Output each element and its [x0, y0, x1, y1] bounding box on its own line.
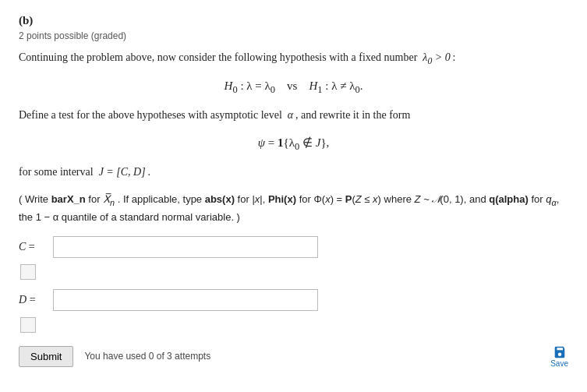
save-label: Save: [550, 359, 568, 368]
d-checkbox[interactable]: [20, 317, 36, 333]
save-icon: [553, 345, 567, 359]
hypothesis-block: H0 : λ = λ0 vs H1 : λ ≠ λ0.: [19, 79, 568, 96]
d-input[interactable]: [53, 289, 318, 311]
d-label: D =: [19, 294, 47, 306]
submit-button[interactable]: Submit: [19, 346, 73, 367]
c-label: C =: [19, 241, 47, 253]
attempts-text: You have used 0 of 3 attempts: [84, 351, 210, 362]
c-field-row: C =: [19, 236, 568, 258]
define-test-text: Define a test for the above hypotheses w…: [19, 107, 568, 124]
c-checkbox[interactable]: [20, 264, 36, 280]
c-input[interactable]: [53, 236, 318, 258]
points-label: 2 points possible (graded): [19, 30, 568, 41]
d-field-row: D =: [19, 289, 568, 311]
hint-text: ( Write barX_n for X̅n . If applicable, …: [19, 192, 568, 225]
save-button[interactable]: Save: [550, 345, 568, 368]
psi-formula-block: ψ = 1{λ0 ∉ J},: [19, 136, 568, 153]
section-label: (b): [19, 14, 568, 27]
interval-text: for some interval J = [C, D] .: [19, 164, 568, 181]
submit-row: Submit You have used 0 of 3 attempts Sav…: [19, 345, 568, 368]
intro-text: Continuing the problem above, now consid…: [19, 49, 568, 69]
